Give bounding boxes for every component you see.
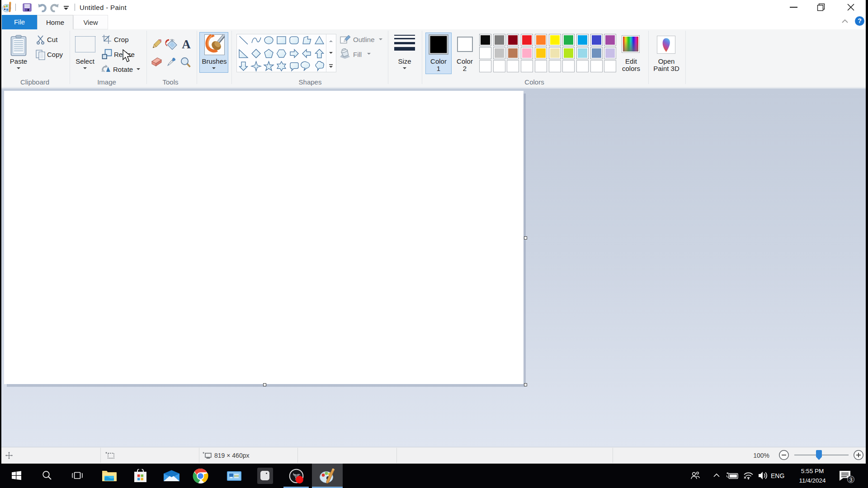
- svg-text:3: 3: [849, 477, 853, 483]
